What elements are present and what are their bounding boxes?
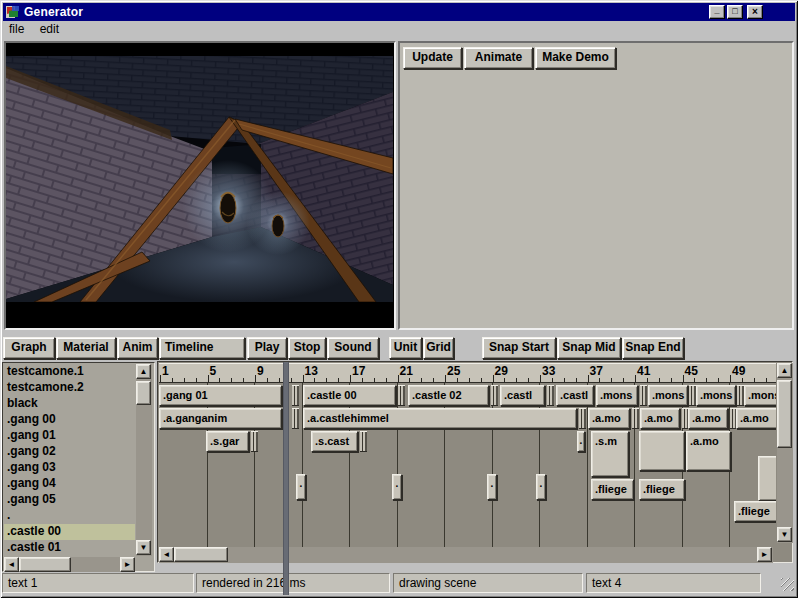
vscroll-thumb[interactable] bbox=[136, 381, 151, 405]
ruler-tick bbox=[504, 378, 505, 382]
animate-button[interactable]: Animate bbox=[464, 47, 533, 69]
scroll-down-icon[interactable]: ▼ bbox=[136, 540, 151, 555]
list-item[interactable]: black bbox=[4, 396, 135, 412]
timeline-block[interactable]: .fliege bbox=[639, 479, 685, 500]
timeline-block[interactable]: . bbox=[536, 474, 546, 500]
list-item[interactable]: .castle 01 bbox=[4, 540, 135, 556]
make-demo-button[interactable]: Make Demo bbox=[535, 47, 616, 69]
list-item[interactable]: .gang 03 bbox=[4, 460, 135, 476]
timeline-block[interactable]: .a.castlehimmel bbox=[303, 408, 577, 429]
timeline-block[interactable] bbox=[758, 456, 776, 501]
timeline-separator[interactable] bbox=[689, 385, 696, 406]
play-button[interactable]: Play bbox=[247, 337, 287, 359]
scroll-up-icon[interactable]: ▲ bbox=[777, 363, 792, 378]
timeline-tracks[interactable]: 15913172125293337414549 .gang 01.castle … bbox=[159, 363, 776, 547]
snap-start-button[interactable]: Snap Start bbox=[482, 337, 556, 359]
resize-grip-icon[interactable] bbox=[781, 578, 794, 591]
maximize-icon[interactable]: □ bbox=[727, 5, 743, 19]
timeline-block[interactable]: .mons bbox=[648, 385, 688, 406]
timeline-button[interactable]: Timeline bbox=[159, 337, 245, 359]
hscroll-thumb[interactable] bbox=[174, 547, 228, 562]
timeline-playhead[interactable] bbox=[283, 362, 289, 595]
timeline-block[interactable]: .fliege bbox=[734, 501, 776, 522]
timeline-block[interactable]: .castl bbox=[500, 385, 545, 406]
timeline-block[interactable]: .castle 02 bbox=[408, 385, 489, 406]
timeline-separator[interactable] bbox=[360, 431, 367, 452]
timeline-separator[interactable] bbox=[292, 408, 299, 429]
timeline-separator[interactable] bbox=[579, 408, 586, 429]
grid-button[interactable]: Grid bbox=[423, 337, 454, 359]
timeline-block[interactable] bbox=[639, 431, 685, 471]
timeline-block[interactable]: .a.ganganim bbox=[159, 408, 282, 429]
list-item[interactable]: .castle 00 bbox=[4, 524, 135, 540]
hscroll-thumb[interactable] bbox=[19, 557, 71, 572]
unit-button[interactable]: Unit bbox=[389, 337, 422, 359]
timeline-block[interactable]: .a.mo bbox=[588, 408, 630, 429]
timeline-separator[interactable] bbox=[398, 385, 405, 406]
timeline-vscrollbar[interactable]: ▲ ▼ bbox=[777, 363, 793, 543]
timeline-block[interactable]: . bbox=[392, 474, 402, 500]
timeline-separator[interactable] bbox=[640, 385, 647, 406]
list-item[interactable]: .gang 02 bbox=[4, 444, 135, 460]
timeline-block[interactable]: .s.gar bbox=[206, 431, 249, 452]
scroll-up-icon[interactable]: ▲ bbox=[136, 364, 151, 379]
scroll-right-icon[interactable]: ► bbox=[120, 557, 135, 572]
track-list-vscrollbar[interactable]: ▲ ▼ bbox=[136, 364, 152, 556]
timeline-block[interactable]: .s.cast bbox=[311, 431, 358, 452]
list-item[interactable]: testcamone.2 bbox=[4, 380, 135, 396]
update-button[interactable]: Update bbox=[403, 47, 462, 69]
scroll-down-icon[interactable]: ▼ bbox=[777, 527, 792, 542]
timeline-separator[interactable] bbox=[292, 385, 299, 406]
snap-end-button[interactable]: Snap End bbox=[622, 337, 684, 359]
timeline-block[interactable]: .castle 00 bbox=[303, 385, 396, 406]
timeline-ruler[interactable]: 15913172125293337414549 bbox=[159, 363, 776, 383]
minimize-icon[interactable]: _ bbox=[709, 5, 725, 19]
timeline-hscrollbar[interactable]: ◄ ► bbox=[159, 547, 773, 563]
list-item[interactable]: .gang 04 bbox=[4, 476, 135, 492]
menu-edit[interactable]: edit bbox=[34, 21, 65, 36]
timeline-separator[interactable] bbox=[491, 385, 498, 406]
graph-button[interactable]: Graph bbox=[3, 337, 55, 359]
timeline-block[interactable]: .mons bbox=[596, 385, 638, 406]
timeline-block[interactable]: .a.mo bbox=[640, 408, 680, 429]
list-item[interactable]: testcamone.1 bbox=[4, 364, 135, 380]
timeline-separator[interactable] bbox=[632, 408, 639, 429]
list-item[interactable]: .gang 05 bbox=[4, 492, 135, 508]
material-button[interactable]: Material bbox=[56, 337, 116, 359]
stop-button[interactable]: Stop bbox=[288, 337, 326, 359]
timeline-block[interactable]: .mons bbox=[696, 385, 736, 406]
timeline-block[interactable]: . bbox=[296, 474, 306, 500]
sound-button[interactable]: Sound bbox=[327, 337, 379, 359]
vscroll-thumb[interactable] bbox=[777, 380, 792, 448]
close-icon[interactable]: × bbox=[747, 5, 763, 19]
timeline-block[interactable]: .gang 01 bbox=[159, 385, 282, 406]
ruler-tick bbox=[208, 375, 209, 382]
3d-viewport[interactable] bbox=[4, 41, 396, 330]
list-item[interactable]: .gang 01 bbox=[4, 428, 135, 444]
timeline-separator[interactable] bbox=[737, 385, 744, 406]
title-bar[interactable]: Generator _ □ × bbox=[3, 3, 795, 21]
ruler-tick bbox=[718, 378, 719, 382]
scroll-left-icon[interactable]: ◄ bbox=[4, 557, 19, 572]
menu-file[interactable]: file bbox=[3, 21, 30, 36]
timeline-block[interactable]: .s.m bbox=[591, 431, 629, 477]
timeline-block[interactable]: . bbox=[577, 431, 585, 452]
timeline-block[interactable]: .a.mo bbox=[736, 408, 776, 429]
list-item[interactable]: . bbox=[4, 508, 135, 524]
timeline-block[interactable]: .castl bbox=[556, 385, 594, 406]
anim-button[interactable]: Anim bbox=[117, 337, 158, 359]
snap-mid-button[interactable]: Snap Mid bbox=[557, 337, 621, 359]
ruler-tick bbox=[742, 378, 743, 382]
track-list-hscrollbar[interactable]: ◄ ► bbox=[4, 557, 135, 572]
timeline-block[interactable]: .mons bbox=[744, 385, 776, 406]
timeline-separator[interactable] bbox=[547, 385, 554, 406]
timeline-block[interactable]: . bbox=[487, 474, 497, 500]
timeline-block[interactable]: .a.mo bbox=[688, 408, 728, 429]
scroll-right-icon[interactable]: ► bbox=[757, 547, 772, 562]
scroll-left-icon[interactable]: ◄ bbox=[159, 547, 174, 562]
timeline-block[interactable]: .fliege bbox=[591, 479, 634, 500]
timeline-separator[interactable] bbox=[251, 431, 258, 452]
timeline-block[interactable]: .a.mo bbox=[686, 431, 731, 471]
list-item[interactable]: .gang 00 bbox=[4, 412, 135, 428]
ruler-tick bbox=[493, 375, 494, 382]
